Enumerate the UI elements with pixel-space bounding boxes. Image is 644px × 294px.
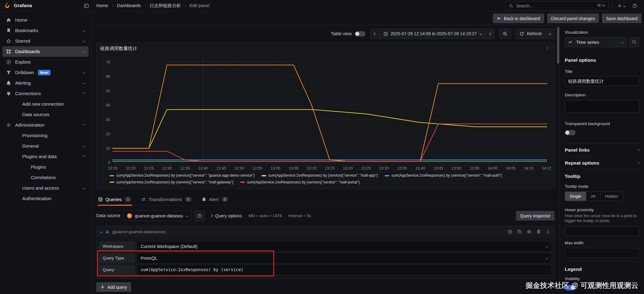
legend-item[interactable]: sum(AppService:2xxResponses) by (service… (109, 173, 255, 178)
sidebar-item-plugins-and-data[interactable]: Plugins and data (2, 151, 89, 162)
search-shortcut: ⌘+k (597, 3, 605, 8)
duplicate-query-icon[interactable] (517, 229, 522, 234)
legend-visibility-toggle[interactable] (565, 285, 576, 290)
drag-handle-icon[interactable] (546, 229, 551, 234)
datasource-help-button[interactable] (195, 211, 205, 221)
tab-alert[interactable]: Alert0 (201, 193, 229, 205)
breadcrumb-item-home[interactable]: Home (96, 3, 108, 9)
save-dashboard-button[interactable]: Save dashboard (602, 14, 642, 23)
panel-options-sidebar: Visualization Time series Panel options … (559, 25, 644, 294)
chevron-down-icon (549, 32, 551, 35)
query-type-input[interactable]: PromQL (137, 253, 552, 263)
zoom-out-icon (503, 32, 507, 36)
transparent-background-toggle[interactable] (565, 130, 576, 135)
legend-section-header[interactable]: Legend (565, 262, 639, 272)
panel-title-input[interactable] (565, 76, 639, 86)
discard-panel-changes-button[interactable]: Discard panel changes (547, 14, 599, 23)
panel-header[interactable]: 链路调用数量统计 (97, 43, 554, 54)
scrollbar-thumb[interactable] (557, 27, 559, 64)
panel-options-header[interactable]: Panel options (565, 57, 639, 63)
description-field: Description (565, 92, 639, 114)
add-query-button[interactable]: Add query (96, 282, 131, 292)
search-input[interactable] (516, 3, 594, 8)
chevron-up-icon (83, 155, 85, 158)
tooltip-mode-all[interactable]: All (586, 192, 600, 201)
search-icon (632, 40, 637, 44)
sidebar-item-label: Add new connection (22, 101, 64, 107)
drilldown-icon (6, 70, 11, 75)
chevron-down-icon (546, 257, 548, 259)
sidebar-item-administration[interactable]: Administration (2, 120, 89, 130)
sidebar-item-add-new-connection[interactable]: Add new connection (2, 99, 89, 109)
tooltip-mode-single[interactable]: Single (565, 192, 586, 201)
sidebar-item-bookmarks[interactable]: Bookmarks (2, 25, 89, 36)
tab-transformations[interactable]: Transformations0 (141, 193, 192, 205)
sidebar-item-label: Correlations (31, 174, 56, 181)
sidebar-item-starred[interactable]: Starred (2, 36, 89, 46)
visualization-picker[interactable]: Time series (565, 37, 627, 47)
tab-queries[interactable]: Queries1 (97, 193, 132, 205)
legend-item[interactable]: sum(AppService:2xxResponses) by (service… (240, 180, 360, 185)
sidebar-item-users-and-access[interactable]: Users and access (2, 183, 89, 193)
hover-proximity-input[interactable] (565, 226, 639, 236)
datasource-picker[interactable]: guance-guance-datasou (123, 211, 191, 221)
sidebar-item-correlations[interactable]: Correlations (2, 172, 89, 183)
sidebar-item-plugins[interactable]: Plugins (2, 162, 89, 172)
panel-menu-icon[interactable] (544, 45, 551, 52)
search-visualization-button[interactable] (629, 37, 639, 47)
query-card-header[interactable]: A (guance-guance-datasource) (97, 226, 554, 237)
sidebar-item-drilldown[interactable]: DrilldownNew! (2, 67, 89, 78)
timeseries-icon (568, 40, 573, 44)
query-inspector-button[interactable]: Query inspector (516, 211, 555, 220)
tab-count-badge: 0 (185, 197, 192, 202)
time-range-picker[interactable]: 2025-07-28 12:14:09 to 2025-07-28 14:19:… (380, 29, 485, 39)
sidebar-item-explore[interactable]: Explore (2, 57, 89, 67)
sidebar-item-general[interactable]: General (2, 141, 89, 151)
panel-links-section[interactable]: Panel links (565, 143, 639, 156)
breadcrumb-item-dashboards[interactable]: Dashboards (117, 3, 141, 9)
time-shift-forward-button[interactable] (485, 29, 494, 39)
sidebar-item-authentication[interactable]: Authentication (2, 193, 89, 204)
svg-text:12:45: 12:45 (216, 166, 226, 170)
search-box[interactable]: ⌘+k (505, 1, 609, 10)
refresh-icon (519, 32, 524, 36)
breadcrumb: HomeDashboards日志和链路分析Edit panel (96, 3, 209, 9)
zoom-out-time-button[interactable] (499, 29, 511, 39)
workspace-input[interactable]: Current Workspace (Default) (137, 241, 552, 252)
help-icon-button[interactable] (630, 2, 639, 10)
time-shift-back-button[interactable] (370, 29, 380, 39)
refresh-button[interactable]: Refresh (516, 29, 555, 39)
sidebar-item-data-sources[interactable]: Data sources (2, 109, 89, 120)
grafana-logo-icon[interactable] (4, 2, 11, 9)
chevron-down-icon[interactable] (100, 230, 103, 233)
sidebar-item-provisioning[interactable]: Provisioning (2, 130, 89, 141)
brand-title: Grafana (14, 2, 32, 9)
sidebar-item-connections[interactable]: Connections (2, 88, 89, 99)
legend-item[interactable]: sum(AppService:2xxResponses) by (service… (262, 173, 378, 178)
back-to-dashboard-button[interactable]: Back to dashboard (493, 14, 544, 23)
dock-menu-icon[interactable] (82, 2, 91, 10)
repeat-options-section[interactable]: Repeat options (565, 156, 639, 169)
new-menu-button[interactable] (615, 2, 627, 10)
max-width-input[interactable] (565, 248, 639, 258)
left-sidebar: HomeBookmarksStarredDashboardsExploreDri… (0, 12, 91, 294)
tooltip-mode-hidden[interactable]: Hidden (600, 192, 623, 201)
hide-query-eye-icon[interactable] (527, 229, 531, 234)
svg-text:12:40: 12:40 (198, 166, 208, 170)
query-input[interactable]: sum(AppService:2xxResponses) by (service… (137, 265, 552, 275)
visualization-value: Time series (576, 40, 599, 45)
table-view-toggle[interactable] (355, 31, 365, 36)
tooltip-section-header[interactable]: Tooltip (565, 173, 639, 179)
timeseries-chart[interactable]: 12:1512:2012:2512:3012:3512:4012:4512:50… (97, 54, 554, 172)
query-history-icon[interactable] (508, 229, 512, 234)
delete-query-trash-icon[interactable] (536, 229, 541, 234)
legend-item[interactable]: sum(AppService:2xxResponses) by (service… (385, 173, 502, 178)
sidebar-item-dashboards[interactable]: Dashboards (2, 46, 89, 57)
breadcrumb-item-item[interactable]: 日志和链路分析 (150, 3, 181, 9)
table-view-label: Table view (331, 31, 352, 37)
panel-description-input[interactable] (565, 100, 639, 112)
query-options-toggle[interactable]: Query options MD = auto = 1476 Interval … (210, 213, 311, 219)
sidebar-item-alerting[interactable]: Alerting (2, 78, 89, 88)
sidebar-item-home[interactable]: Home (2, 15, 89, 25)
legend-item[interactable]: sum(AppService:2xxResponses) by (service… (109, 180, 233, 185)
